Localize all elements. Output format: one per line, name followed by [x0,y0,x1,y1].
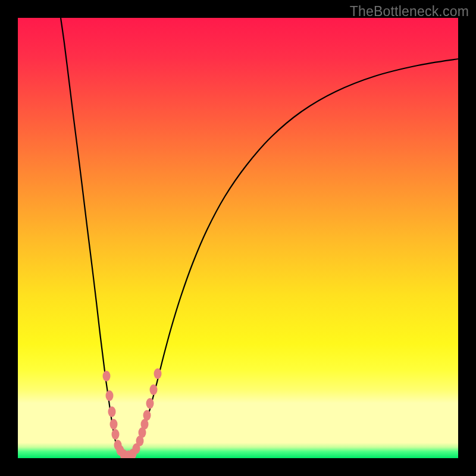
data-marker [146,398,154,409]
chart-plot-area [18,18,458,458]
curve-marker-group [103,368,162,458]
data-marker [150,384,158,395]
data-marker [112,429,120,440]
data-marker [110,419,118,430]
data-marker [143,410,151,421]
data-marker [108,406,116,417]
outer-black-frame: TheBottleneck.com [0,0,476,476]
curve-layer [18,18,458,458]
data-marker [154,368,162,379]
data-marker [106,390,114,401]
watermark-text: TheBottleneck.com [350,4,469,20]
data-marker [103,371,111,381]
curve-path [61,18,458,457]
